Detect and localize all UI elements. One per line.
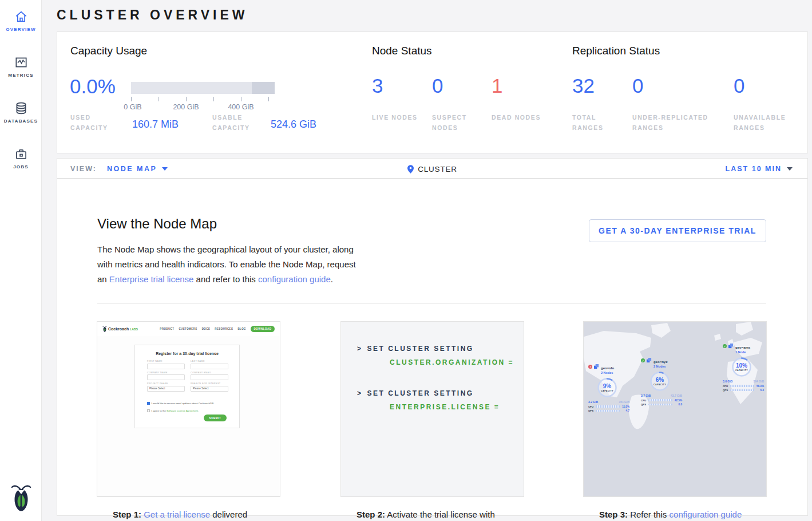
mini-field: LAST NAME [191,360,228,369]
checkbox-icon [147,409,150,412]
database-icon [0,101,42,116]
capacity-gauge: 6% CAPACITY [649,370,671,392]
locality-name: geo=nyc [653,360,668,364]
mini-submit-button: SUBMIT [204,415,227,421]
cpu-value: 42.5% [674,399,682,402]
sql-argument: ENTERPRISE.LICENSE = [390,403,500,411]
qps-bar [730,389,754,392]
capacity-label: CAPACITY [735,369,748,372]
mini-form-title: Register for a 30-day trial license [135,352,239,356]
sidebar-label: OVERVIEW [0,27,42,32]
sidebar-item-jobs[interactable]: JOBS [0,147,42,169]
enterprise-trial-button[interactable]: GET A 30-DAY ENTERPRISE TRIAL [589,219,766,242]
sql-argument: CLUSTER.ORGANIZATION = [390,358,514,366]
total-ranges-value: 32 [572,73,595,98]
mini-site-header: Cockroach LABS PRODUCT CUSTOMERS DOCS RE… [97,322,280,336]
cpu-value: 58.3% [756,385,764,388]
cpu-label: CPU [588,405,594,408]
node-map-preview: ! geo=sfo 2 Nodes 9% CAPACITY [584,322,766,496]
step-3-card: ! geo=sfo 2 Nodes 9% CAPACITY [583,321,767,497]
sidebar-item-metrics[interactable]: METRICS [0,55,42,78]
axis-tick [268,97,269,101]
qps-bar [648,404,672,406]
divider [97,303,766,304]
axis-tick [131,97,132,101]
sidebar-item-databases[interactable]: DATABASES [0,101,42,124]
location-pin-icon [407,165,414,173]
node-status-title: Node Status [372,45,432,57]
qps-value: 6.4 [756,389,764,392]
mini-download-button: DOWNLOAD [251,326,275,332]
under-replicated-ranges-value: 0 [632,73,643,98]
sql-commands-figure: >SET CLUSTER SETTING CLUSTER.ORGANIZATIO… [341,322,524,496]
checkbox-icon [147,402,150,405]
cpu-label: CPU [723,385,728,388]
sql-command: SET CLUSTER SETTING [367,345,474,353]
qps-value: 4.7 [621,409,629,412]
trial-registration-screenshot: Cockroach LABS PRODUCT CUSTOMERS DOCS RE… [97,322,280,496]
used-capacity: 3.2 GiB [588,400,598,404]
unavailable-ranges-label: UNAVAILABLE RANGES [734,112,812,133]
briefcase-icon [0,147,42,161]
cpu-bar [730,385,754,387]
step-2-card: >SET CLUSTER SETTING CLUSTER.ORGANIZATIO… [340,321,524,497]
step-label: Step 1: [113,510,141,519]
cluster-summary-panel: Capacity Usage 0.0% 0 GiB 200 GiB 400 Gi… [57,31,808,153]
sidebar-label: DATABASES [0,119,42,124]
capacity-gauge: 10% CAPACITY [731,356,752,378]
brand-name: Cockroach [108,327,129,331]
capacity-percent: 0.0% [70,75,116,98]
sql-prompt: > [357,389,363,397]
usable-capacity-label: USABLE CAPACITY [212,112,264,133]
qps-bar [596,410,620,412]
used-capacity: 3.7 GiB [641,394,651,397]
get-trial-license-link[interactable]: Get a trial license [144,510,210,519]
dead-nodes-label: DEAD NODES [492,112,543,123]
dead-nodes-value: 1 [492,73,502,98]
qps-label: QPS [723,389,728,392]
mini-registration-form: Register for a 30-day trial license FIRS… [134,345,240,428]
capacity-bar-usable-segment [131,82,252,94]
suspect-nodes-label: SUSPECT NODES [432,112,489,133]
axis-tick [213,97,214,101]
error-status-icon: ! [588,365,592,369]
capacity-usage-title: Capacity Usage [70,45,147,57]
configuration-guide-link[interactable]: configuration guide [258,274,331,284]
axis-tick-label: 200 GiB [173,103,199,111]
node-cube-icon [647,358,652,363]
unavailable-ranges-value: 0 [734,73,744,98]
mini-nav-item: RESOURCES [215,327,233,330]
mini-site-brand: Cockroach LABS [108,327,138,331]
axis-tick [241,97,241,101]
axis-tick-label: 400 GiB [228,103,253,111]
step-2-caption: Step 2: Activate the trial license with … [341,496,524,521]
section-description: The Node Map shows the geographical layo… [97,242,366,287]
locality-name: geo=ams [735,346,750,349]
sidebar-item-overview[interactable]: OVERVIEW [0,9,42,32]
capacity-percent: 6% [656,377,664,383]
replication-status-title: Replication Status [572,45,660,57]
map-node-ams: ✓ geo=ams 1 Node 10% CAPACITY [723,344,766,392]
axis-tick-label: 0 GiB [124,103,141,111]
chevron-down-icon [787,167,793,171]
step-1-caption: Step 1: Get a trial license delivered st… [97,496,280,521]
mini-nav-item: PRODUCT [160,327,174,330]
mini-site-nav: PRODUCT CUSTOMERS DOCS RESOURCES BLOG [160,327,246,330]
cockroach-labs-logo-icon [102,326,107,332]
breadcrumb: CLUSTER [418,165,457,173]
step-3-caption: Step 3: Refer this configuration guide t… [584,496,766,521]
mini-field: COMPANY EMAIL [191,372,228,381]
capacity-gauge: 9% CAPACITY [596,377,618,398]
enterprise-trial-license-link[interactable]: Enterprise trial license [109,274,194,284]
axis-tick [186,97,187,101]
mini-nav-item: DOCS [202,327,211,330]
capacity-percent: 10% [736,363,747,369]
capacity-bar-other-segment [252,82,275,94]
sidebar: OVERVIEW METRICS DATABASES [0,0,42,521]
time-range-dropdown[interactable]: LAST 10 MIN [726,159,793,179]
map-node-nyc: ✓ geo=nyc 2 Nodes 6% CAPACITY [641,358,690,406]
configuration-guide-link[interactable]: configuration guide [670,510,742,519]
node-count: 2 Nodes [601,371,614,375]
mini-field: FIRST NAME [147,360,185,369]
node-cube-icon [594,364,599,369]
